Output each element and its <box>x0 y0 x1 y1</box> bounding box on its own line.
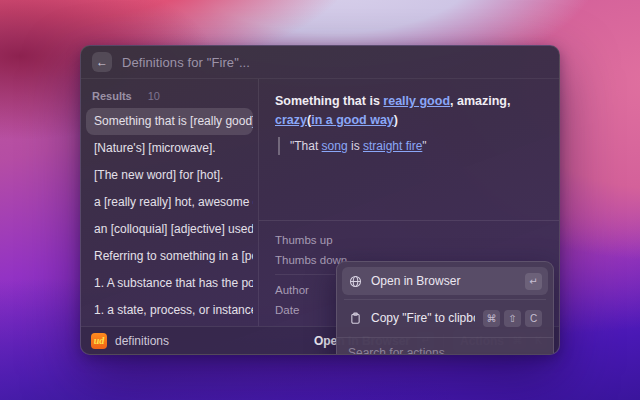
arrow-left-icon: ← <box>96 55 108 69</box>
list-item[interactable]: 1. a state, process, or instance of [co.… <box>86 297 253 324</box>
list-item[interactable]: 1. A substance that has the power t... <box>86 270 253 297</box>
actions-popover: Open in Browser↵Copy "Fire" to clipboard… <box>336 261 554 355</box>
list-item[interactable]: Something that is [really good], ama... <box>86 108 253 135</box>
key-badge: ↵ <box>525 273 542 290</box>
list-item[interactable]: [Nature's] [microwave]. <box>86 135 253 162</box>
text-segment: ) <box>394 113 398 127</box>
raycast-window: ← Definitions for "Fire"... Results 10 S… <box>80 45 560 355</box>
key-badge: C <box>525 310 542 327</box>
key-badge: ⇧ <box>504 310 521 327</box>
list-item[interactable]: an [colloquial] [adjective] used to de..… <box>86 216 253 243</box>
text-segment: " <box>422 139 426 153</box>
back-button[interactable]: ← <box>92 52 112 72</box>
text-segment: is <box>348 139 363 153</box>
list-item[interactable]: Referring to something in a [positive... <box>86 243 253 270</box>
action-item[interactable]: Open in Browser↵ <box>342 267 548 295</box>
action-shortcut-keys: ⌘⇧C <box>483 310 542 327</box>
actions-search-input[interactable]: Search for actions... <box>337 337 553 355</box>
definition-text: Something that is really good, amazing, … <box>275 92 543 130</box>
metadata-label: Thumbs up <box>275 230 559 250</box>
window-title: Definitions for "Fire"... <box>122 55 250 70</box>
text-segment: , amazing, <box>450 94 510 108</box>
action-item[interactable]: Copy "Fire" to clipboard⌘⇧C <box>342 304 548 332</box>
text-segment: Something that is <box>275 94 383 108</box>
metadata-divider <box>275 274 335 275</box>
globe-icon <box>348 274 363 289</box>
clipboard-icon <box>348 311 363 326</box>
list-item[interactable]: [The new word] for [hot]. <box>86 162 253 189</box>
results-label: Results <box>92 90 132 102</box>
inline-link[interactable]: in a good way <box>311 113 394 127</box>
list-item[interactable]: a [really really] hot, awesome or ama... <box>86 189 253 216</box>
window-body: Results 10 Something that is [really goo… <box>81 79 559 326</box>
results-list: Something that is [really good], ama...[… <box>84 108 255 326</box>
popover-divider <box>344 299 546 300</box>
inline-link[interactable]: crazy <box>275 113 307 127</box>
example-quote: "That song is straight fire" <box>278 137 543 155</box>
list-item[interactable]: When yelled, [clears] out a [crowded... <box>86 324 253 326</box>
results-pane: Results 10 Something that is [really goo… <box>81 79 259 326</box>
actions-popover-list: Open in Browser↵Copy "Fire" to clipboard… <box>342 267 548 332</box>
inline-link[interactable]: really good <box>383 94 450 108</box>
key-badge: ⌘ <box>483 310 500 327</box>
detail-content: Something that is really good, amazing, … <box>259 79 559 220</box>
results-header: Results 10 <box>84 85 255 108</box>
results-count: 10 <box>148 90 160 102</box>
action-shortcut-keys: ↵ <box>525 273 542 290</box>
inline-link[interactable]: song <box>322 139 348 153</box>
inline-link[interactable]: straight fire <box>363 139 422 153</box>
titlebar: ← Definitions for "Fire"... <box>81 46 559 79</box>
urban-dictionary-icon: ud <box>91 333 107 349</box>
footer-app-label: definitions <box>115 334 169 348</box>
action-item-label: Copy "Fire" to clipboard <box>371 311 475 325</box>
text-segment: "That <box>290 139 322 153</box>
action-item-label: Open in Browser <box>371 274 517 288</box>
